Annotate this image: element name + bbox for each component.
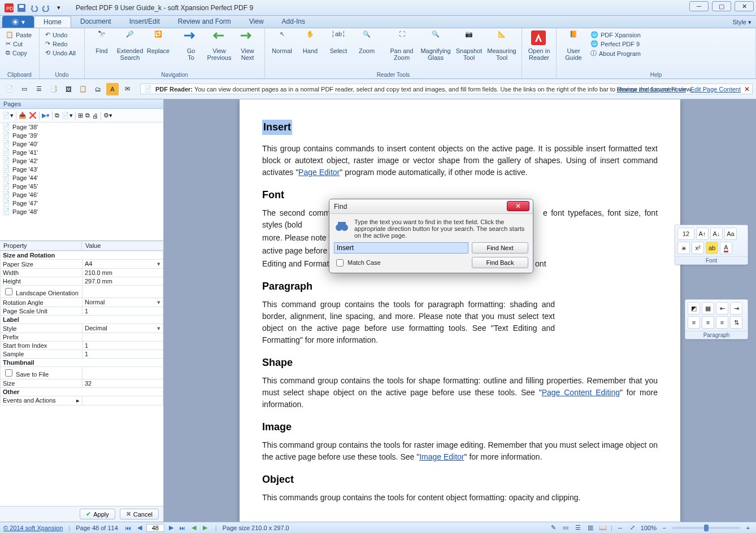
pan-zoom-button[interactable]: ⛶Pan and Zoom (386, 29, 418, 77)
delete-page-icon[interactable]: ❌ (29, 112, 37, 119)
redo-icon[interactable] (41, 2, 52, 14)
first-page-icon[interactable]: ⏮ (124, 524, 133, 532)
page-list-item[interactable]: 📄Page '41' (0, 148, 163, 156)
nav-back-icon[interactable]: ◀ (189, 524, 198, 532)
page-list-item[interactable]: 📄Page '43' (0, 165, 163, 173)
copy-button[interactable]: ⧉Copy (3, 49, 36, 57)
undo-all-button[interactable]: ⟲Undo All (43, 49, 81, 57)
page-list-item[interactable]: 📄Page '46' (0, 190, 163, 199)
property-row[interactable]: Paper SizeA4 ▾ (1, 260, 163, 269)
select-tool-button[interactable]: ╎ab╎Select (325, 29, 352, 77)
open-in-reader-button[interactable]: Open in Reader (525, 29, 553, 77)
property-row[interactable]: Rotation AngleNormal ▾ (1, 298, 163, 307)
layout-book-icon[interactable]: 📖 (598, 524, 607, 532)
view-next-button[interactable]: View Next (234, 29, 261, 77)
font-case-icon[interactable]: Aa (724, 228, 737, 240)
page-list-item[interactable]: 📄Page '47' (0, 199, 163, 207)
property-row[interactable]: Sample1 (1, 350, 163, 359)
undo-button[interactable]: ↶Undo (43, 30, 81, 39)
property-row[interactable]: Width210.0 mm (1, 269, 163, 277)
link-review-layout[interactable]: Review and Layout Form (616, 86, 685, 93)
play-icon[interactable]: ▶▾ (42, 112, 50, 119)
copy-page-icon[interactable]: ⧉ (55, 112, 59, 119)
perfect-pdf-link[interactable]: 🌐Perfect PDF 9 (588, 40, 643, 48)
page-list-item[interactable]: 📄Page '39' (0, 131, 163, 139)
link-page-content-editing[interactable]: Page Content Editing (542, 388, 620, 397)
page-list-item[interactable]: 📄Page '45' (0, 182, 163, 190)
link-page-editor[interactable]: Page Editor (298, 168, 340, 177)
page-icon[interactable]: 📄▾ (62, 112, 73, 119)
match-case-checkbox[interactable]: Match Case (334, 257, 381, 268)
qat-dropdown-icon[interactable]: ▾ (53, 2, 64, 14)
next-page-icon[interactable]: ▶ (167, 524, 176, 532)
zoom-tool-button[interactable]: 🔍Zoom (353, 29, 380, 77)
import-icon[interactable]: 📥 (19, 112, 27, 119)
page-list-item[interactable]: 📄Page '38' (0, 123, 163, 131)
extended-search-button[interactable]: 🔎Extended Search (116, 29, 144, 77)
prev-page-icon[interactable]: ◀ (135, 524, 144, 532)
tab-view[interactable]: View (240, 16, 273, 28)
magnifying-glass-button[interactable]: 🔍Magnifying Glass (419, 29, 453, 77)
align-center-icon[interactable]: ≡ (702, 316, 714, 329)
view-mode-outline-icon[interactable]: 📑 (47, 83, 60, 95)
tab-insert-edit[interactable]: Insert/Edit (120, 16, 169, 28)
apply-button[interactable]: ✔Apply (80, 509, 115, 519)
pages-list[interactable]: 📄Page '38'📄Page '39'📄Page '40'📄Page '41'… (0, 123, 163, 241)
cut-button[interactable]: ✂Cut (3, 40, 36, 48)
find-back-button[interactable]: Find Back (472, 257, 528, 268)
layout-facing-icon[interactable]: ▥ (586, 524, 595, 532)
highlight-icon[interactable]: ab (706, 242, 718, 254)
zoom-in-icon[interactable]: + (744, 524, 753, 532)
view-mode-a-icon[interactable]: A (106, 83, 119, 95)
tab-review-form[interactable]: Review and Form (169, 16, 240, 28)
font-size-input[interactable]: 12 (677, 228, 694, 240)
border-icon[interactable]: ▦ (702, 302, 714, 314)
page-number-input[interactable] (146, 524, 164, 532)
property-row[interactable]: Landscape Orientation (1, 286, 163, 298)
page-list-item[interactable]: 📄Page '40' (0, 139, 163, 148)
property-row[interactable]: Page Scale Unit1 (1, 307, 163, 316)
minimize-button[interactable]: ─ (689, 1, 709, 11)
view-mode-single-icon[interactable]: ▭ (18, 83, 31, 95)
zoom-out-icon[interactable]: − (660, 524, 669, 532)
page-list-item[interactable]: 📄Page '48' (0, 207, 163, 216)
property-row[interactable]: StyleDecimal ▾ (1, 324, 163, 333)
checkbox[interactable] (5, 369, 12, 377)
view-mode-form-icon[interactable]: 📋 (77, 83, 89, 95)
property-row[interactable]: Prefix (1, 333, 163, 342)
page-list-item[interactable]: 📄Page '44' (0, 173, 163, 182)
user-guide-button[interactable]: 📙User Guide (560, 29, 587, 77)
file-tab[interactable]: ▾ (2, 16, 34, 28)
zoom-slider[interactable] (672, 527, 740, 529)
view-mode-thumbnail-icon[interactable]: 🖼 (62, 83, 75, 95)
strike-icon[interactable]: x̶ (677, 242, 690, 254)
copyright-link[interactable]: © 2014 soft Xpansion (3, 525, 63, 531)
font-grow-icon[interactable]: A↑ (696, 228, 709, 240)
find-button[interactable]: 🔭Find (88, 29, 115, 77)
layout-cont-icon[interactable]: ☰ (573, 524, 583, 532)
fit-width-icon[interactable]: ↔ (616, 524, 625, 532)
print-icon[interactable]: 🖨 (92, 112, 98, 119)
measuring-button[interactable]: 📐Measuring Tool (485, 29, 518, 77)
layout-single-icon[interactable]: ▭ (561, 524, 570, 532)
checkbox[interactable] (5, 288, 12, 295)
page-list-item[interactable]: 📄Page '42' (0, 156, 163, 165)
nav-fwd-icon[interactable]: ▶ (201, 524, 210, 532)
undo-icon[interactable] (28, 2, 40, 14)
goto-button[interactable]: Go To (177, 29, 205, 77)
shading-icon[interactable]: ◩ (688, 302, 700, 314)
find-dialog-titlebar[interactable]: Find ✕ (329, 199, 533, 214)
close-button[interactable]: ✕ (735, 1, 754, 11)
cancel-button[interactable]: ✖Cancel (120, 509, 159, 519)
property-row[interactable]: Save to File (1, 367, 163, 379)
last-page-icon[interactable]: ⏭ (178, 524, 187, 532)
link-image-editor[interactable]: Image Editor (419, 452, 464, 461)
view-mode-comments-icon[interactable]: ✉ (121, 83, 133, 95)
find-dialog-close-button[interactable]: ✕ (507, 201, 529, 211)
font-shrink-icon[interactable]: A↓ (710, 228, 723, 240)
new-page-icon[interactable]: 📄▾ (2, 112, 14, 119)
superscript-icon[interactable]: x² (692, 242, 704, 254)
view-previous-button[interactable]: View Previous (206, 29, 233, 77)
style-dropdown[interactable]: Style ▾ (728, 17, 756, 28)
maximize-button[interactable]: ▢ (712, 1, 731, 11)
